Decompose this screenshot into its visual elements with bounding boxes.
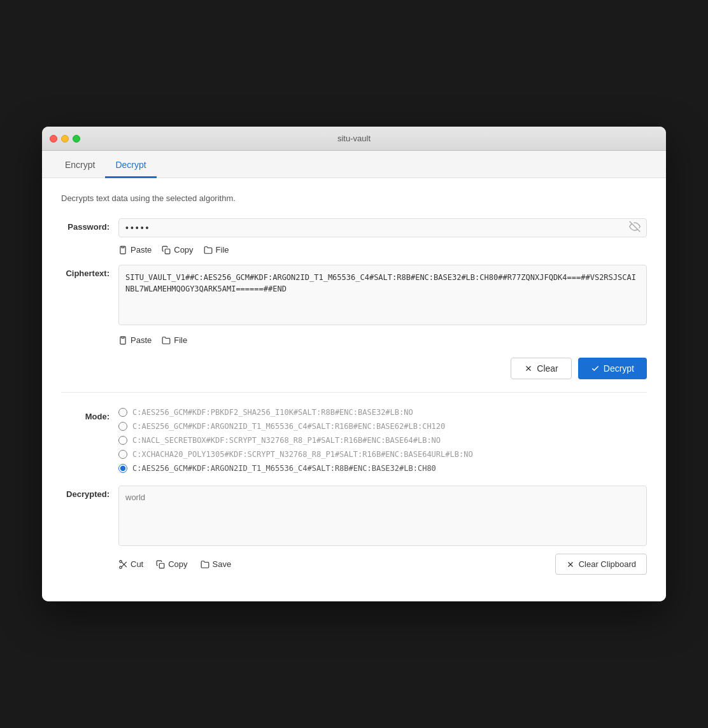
mode-option-2: C:NACL_SECRETBOX#KDF:SCRYPT_N32768_R8_P1… bbox=[118, 436, 647, 445]
window-title: situ-vault bbox=[337, 134, 371, 143]
tab-encrypt[interactable]: Encrypt bbox=[55, 151, 105, 178]
password-row: Password: Pas bbox=[61, 218, 647, 257]
section-divider bbox=[61, 392, 647, 393]
ciphertext-file-button[interactable]: File bbox=[162, 333, 187, 347]
mode-option-label-3[interactable]: C:XCHACHA20_POLY1305#KDF:SCRYPT_N32768_R… bbox=[132, 450, 473, 459]
traffic-lights bbox=[50, 135, 80, 143]
password-input[interactable] bbox=[118, 218, 647, 237]
decrypted-copy-button[interactable]: Copy bbox=[156, 557, 187, 571]
ciphertext-row: Ciphertext: SITU_VAULT_V1##C:AES256_GCM#… bbox=[61, 265, 647, 379]
close-button[interactable] bbox=[50, 135, 57, 143]
mode-option-label-2[interactable]: C:NACL_SECRETBOX#KDF:SCRYPT_N32768_R8_P1… bbox=[132, 436, 441, 445]
password-paste-button[interactable]: Paste bbox=[118, 242, 152, 257]
decrypted-action-row: Cut Copy Save Clear Clipboard bbox=[118, 554, 647, 575]
decrypt-button[interactable]: Decrypt bbox=[578, 358, 647, 379]
main-content: Decrypts text data using the selected al… bbox=[42, 178, 666, 601]
minimize-button[interactable] bbox=[61, 135, 69, 143]
mode-label: Mode: bbox=[61, 408, 118, 421]
mode-radio-1[interactable] bbox=[118, 422, 127, 431]
svg-rect-10 bbox=[159, 563, 164, 568]
app-window: situ-vault Encrypt Decrypt Decrypts text… bbox=[42, 127, 666, 601]
ciphertext-label: Ciphertext: bbox=[61, 265, 118, 278]
mode-row: Mode: C:AES256_GCM#KDF:PBKDF2_SHA256_I10… bbox=[61, 408, 647, 473]
password-container bbox=[118, 218, 647, 237]
decrypted-label: Decrypted: bbox=[61, 486, 118, 499]
mode-option-label-4[interactable]: C:AES256_GCM#KDF:ARGON2ID_T1_M65536_C4#S… bbox=[132, 464, 436, 473]
mode-option-label-0[interactable]: C:AES256_GCM#KDF:PBKDF2_SHA256_I10K#SALT… bbox=[132, 408, 413, 417]
mode-radio-3[interactable] bbox=[118, 450, 127, 459]
clear-button[interactable]: Clear bbox=[511, 358, 571, 379]
mode-option-0: C:AES256_GCM#KDF:PBKDF2_SHA256_I10K#SALT… bbox=[118, 408, 647, 417]
svg-rect-3 bbox=[122, 337, 124, 338]
decrypted-row: Decrypted: Cut Copy Save bbox=[61, 486, 647, 575]
ciphertext-input[interactable]: SITU_VAULT_V1##C:AES256_GCM#KDF:ARGON2ID… bbox=[118, 265, 647, 325]
decrypted-field: Cut Copy Save Clear Clipboard bbox=[118, 486, 647, 575]
password-field: Paste Copy File bbox=[118, 218, 647, 257]
password-file-button[interactable]: File bbox=[204, 242, 229, 257]
titlebar: situ-vault bbox=[42, 127, 666, 151]
decrypted-cut-button[interactable]: Cut bbox=[118, 557, 143, 571]
mode-radio-0[interactable] bbox=[118, 408, 127, 417]
ciphertext-field: SITU_VAULT_V1##C:AES256_GCM#KDF:ARGON2ID… bbox=[118, 265, 647, 379]
ciphertext-paste-button[interactable]: Paste bbox=[118, 333, 152, 347]
decrypted-output[interactable] bbox=[118, 486, 647, 546]
mode-option-label-1[interactable]: C:AES256_GCM#KDF:ARGON2ID_T1_M65536_C4#S… bbox=[132, 422, 445, 431]
decrypt-action-row: Clear Decrypt bbox=[118, 358, 647, 379]
password-copy-button[interactable]: Copy bbox=[162, 242, 193, 257]
decrypted-save-button[interactable]: Save bbox=[201, 557, 232, 571]
mode-radio-2[interactable] bbox=[118, 436, 127, 445]
mode-option-1: C:AES256_GCM#KDF:ARGON2ID_T1_M65536_C4#S… bbox=[118, 422, 647, 431]
toggle-password-icon[interactable] bbox=[629, 221, 641, 235]
svg-rect-1 bbox=[122, 246, 124, 248]
maximize-button[interactable] bbox=[73, 135, 80, 143]
password-action-row: Paste Copy File bbox=[118, 242, 647, 257]
description-text: Decrypts text data using the selected al… bbox=[61, 193, 647, 203]
ciphertext-action-row: Paste File bbox=[118, 333, 647, 347]
mode-option-4: C:AES256_GCM#KDF:ARGON2ID_T1_M65536_C4#S… bbox=[118, 464, 647, 473]
password-label: Password: bbox=[61, 218, 118, 232]
svg-rect-2 bbox=[166, 249, 171, 254]
clear-clipboard-button[interactable]: Clear Clipboard bbox=[555, 554, 647, 575]
mode-radio-4[interactable] bbox=[118, 464, 127, 473]
mode-option-3: C:XCHACHA20_POLY1305#KDF:SCRYPT_N32768_R… bbox=[118, 450, 647, 459]
tab-decrypt[interactable]: Decrypt bbox=[105, 151, 156, 178]
mode-options: C:AES256_GCM#KDF:PBKDF2_SHA256_I10K#SALT… bbox=[118, 408, 647, 473]
tab-bar: Encrypt Decrypt bbox=[42, 151, 666, 178]
